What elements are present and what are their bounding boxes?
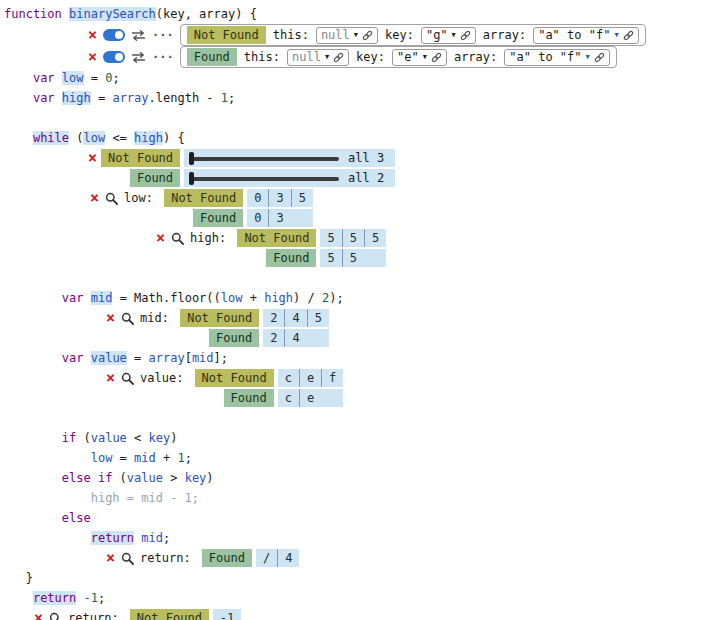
probe-value-cell: f (321, 369, 343, 387)
code-token: var (62, 291, 84, 305)
status-badge-found: Found (209, 329, 259, 347)
code-token: mid (141, 531, 163, 545)
magnifier-icon[interactable] (171, 232, 184, 245)
iteration-slider[interactable] (189, 152, 339, 165)
array-value: "a" to "f" (538, 28, 610, 42)
code-token: [ (185, 351, 192, 365)
key-dropdown[interactable]: "e" ▼ (392, 49, 447, 66)
code-token (4, 511, 62, 525)
probe-value-cell: 4 (284, 329, 306, 347)
link-icon[interactable] (460, 30, 471, 41)
probe-value-cell: 5 (342, 249, 364, 267)
remove-probe-icon[interactable]: × (34, 611, 43, 620)
link-icon[interactable] (333, 52, 344, 63)
status-badge-not-found: Not Found (180, 309, 259, 327)
link-icon[interactable] (362, 30, 373, 41)
call-config-box: Found this: null ▼ key: "e" ▼ array: "a"… (180, 46, 617, 68)
probe-value-cell: 0 (247, 189, 268, 207)
remove-probe-icon[interactable]: × (90, 191, 99, 206)
code-token (55, 91, 62, 105)
remove-probe-icon[interactable]: × (106, 551, 115, 566)
probe-label: value: (140, 371, 191, 385)
probe-values: c e (278, 389, 344, 407)
status-badge-found: Found (193, 209, 243, 227)
probe-values: 2 4 5 (263, 309, 329, 327)
remove-call-icon[interactable]: × (88, 28, 97, 43)
more-options-icon[interactable]: ··· (152, 50, 174, 64)
code-line: var value = array[mid]; (4, 348, 710, 368)
slider-track[interactable] (189, 157, 339, 161)
code-token: var (33, 71, 55, 85)
magnifier-icon[interactable] (121, 552, 134, 565)
probe-mid: × mid: Not Found 2 4 5 Found 2 4 (106, 308, 710, 348)
link-icon[interactable] (623, 30, 634, 41)
code-token: ) (206, 471, 213, 485)
magnifier-icon[interactable] (105, 192, 118, 205)
code-line: if (value < key) (4, 428, 710, 448)
slider-track[interactable] (189, 177, 339, 181)
key-value: "g" (426, 28, 448, 42)
probe-values: 2 4 (263, 329, 329, 347)
array-dropdown[interactable]: "a" to "f" ▼ (533, 27, 638, 44)
remove-probe-icon[interactable]: × (156, 231, 165, 246)
swap-arrows-icon[interactable] (131, 30, 146, 41)
this-dropdown[interactable]: null ▼ (287, 49, 349, 66)
remove-probe-icon[interactable]: × (106, 311, 115, 326)
probe-value-cell: -1 (213, 609, 241, 620)
code-editor: function binarySearch(key, array) { × ··… (0, 0, 712, 620)
probe-values: -1 (213, 609, 241, 620)
code-line: high = mid - 1; (4, 488, 710, 508)
status-badge-found: Found (130, 169, 180, 187)
dropdown-arrow-icon: ▼ (586, 54, 590, 61)
array-label: array: (483, 28, 526, 42)
probe-values: / 4 (256, 549, 299, 567)
dropdown-arrow-icon: ▼ (452, 32, 456, 39)
swap-arrows-icon[interactable] (131, 52, 146, 63)
dropdown-arrow-icon: ▼ (354, 32, 358, 39)
code-token: ) / (293, 291, 322, 305)
code-token: low (83, 131, 105, 145)
magnifier-icon[interactable] (121, 372, 134, 385)
link-icon[interactable] (431, 52, 442, 63)
code-token: 1 (177, 451, 184, 465)
call-enabled-toggle[interactable] (103, 51, 125, 63)
probe-value-cell: 0 (247, 209, 268, 227)
code-token (62, 7, 69, 21)
this-dropdown[interactable]: null ▼ (316, 27, 378, 44)
magnifier-icon[interactable] (121, 312, 134, 325)
slider-knob[interactable] (189, 172, 194, 185)
code-token (55, 71, 62, 85)
array-dropdown[interactable]: "a" to "f" ▼ (504, 49, 609, 66)
probe-low: × low: Not Found 0 3 5 Found 0 3 (90, 188, 710, 228)
code-token: return (33, 591, 76, 605)
link-icon[interactable] (594, 52, 605, 63)
key-label: key: (385, 28, 414, 42)
probe-high: × high: Not Found 5 5 5 Found 5 5 (156, 228, 710, 268)
status-badge-not-found: Not Found (130, 609, 209, 620)
remove-probe-icon[interactable]: × (88, 151, 97, 166)
code-token: ) (170, 431, 177, 445)
code-line (4, 108, 710, 128)
more-options-icon[interactable]: ··· (152, 28, 174, 42)
code-token (4, 131, 33, 145)
probe-return-final: × return: Not Found -1 (34, 608, 710, 620)
code-token: mid (134, 451, 156, 465)
code-token: if (98, 471, 112, 485)
status-badge-found: Found (224, 389, 274, 407)
code-token: if (62, 431, 76, 445)
code-token: ; (228, 91, 235, 105)
code-token: array (149, 351, 185, 365)
iteration-slider[interactable] (189, 172, 339, 185)
call-enabled-toggle[interactable] (103, 29, 125, 41)
probe-value-cell: c (278, 389, 299, 407)
code-line: return mid; (4, 528, 710, 548)
remove-call-icon[interactable]: × (88, 50, 97, 65)
magnifier-icon[interactable] (49, 612, 62, 620)
remove-probe-icon[interactable]: × (106, 371, 115, 386)
code-token: ; (98, 591, 105, 605)
probe-value-cell: 5 (307, 309, 329, 327)
slider-knob[interactable] (189, 152, 194, 165)
code-line: return -1; (4, 588, 710, 608)
key-dropdown[interactable]: "g" ▼ (421, 27, 476, 44)
probe-value-cell: 5 (291, 189, 313, 207)
